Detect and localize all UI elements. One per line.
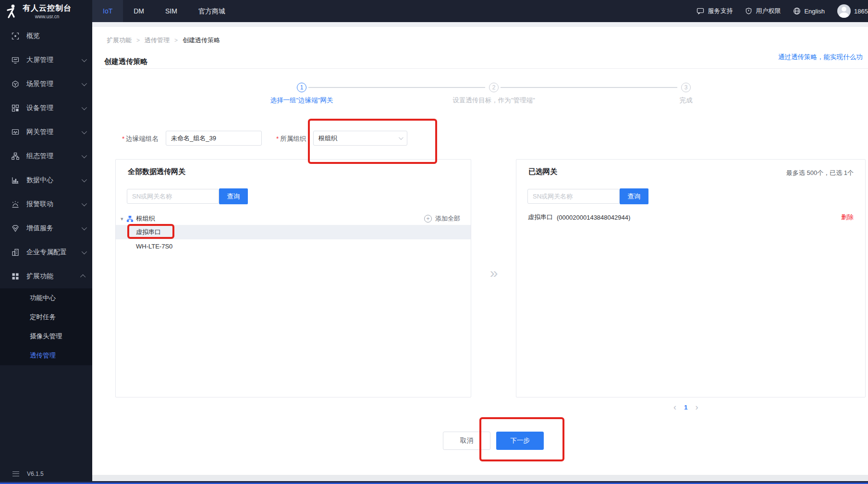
- submenu-item-passthrough-mgmt[interactable]: 透传管理: [0, 346, 92, 365]
- page-number-1[interactable]: 1: [684, 404, 688, 411]
- building-icon: [12, 248, 19, 256]
- sidebar-item-label: 组态管理: [26, 152, 53, 161]
- sidebar-item-value-added[interactable]: 增值服务: [0, 216, 92, 240]
- gateway-icon: [12, 128, 19, 136]
- sidebar-item-label: 大屏管理: [26, 56, 53, 64]
- sidebar-item-label: 场景管理: [26, 80, 53, 88]
- chevron-down-icon: [82, 105, 87, 110]
- extensions-submenu: 功能中心 定时任务 摄像头管理 透传管理: [0, 288, 92, 365]
- prev-page-icon[interactable]: ‹: [673, 403, 676, 411]
- chevron-up-icon: [80, 274, 86, 280]
- sidebar-item-scada-mgmt[interactable]: 组态管理: [0, 144, 92, 168]
- chevron-down-icon: [82, 129, 87, 134]
- sidebar-item-scene-mgmt[interactable]: 场景管理: [0, 72, 92, 96]
- gateway-row-wh-lte-7s0[interactable]: WH-LTE-7S0: [116, 239, 471, 254]
- all-gateways-title: 全部数据透传网关: [128, 167, 185, 176]
- chat-icon: [697, 7, 704, 15]
- alarm-icon: [12, 200, 19, 208]
- grid-icon: [12, 273, 19, 280]
- submenu-item-function-center[interactable]: 功能中心: [0, 288, 92, 308]
- gateway-search-input[interactable]: [127, 189, 219, 204]
- chevron-down-icon: [82, 81, 87, 86]
- user-account[interactable]: 1865: [837, 4, 868, 18]
- all-gateways-panel: 全部数据透传网关 查询 ▾ 根组织 + 添加全部 虚拟串口 WH-LTE-7S0: [115, 159, 471, 397]
- delete-link[interactable]: 删除: [841, 213, 854, 222]
- bottom-gray-strip: [92, 475, 868, 481]
- sidebar-item-label: 数据中心: [26, 176, 53, 185]
- breadcrumb-passthrough-mgmt[interactable]: 透传管理: [145, 36, 170, 45]
- sidebar-item-data-center[interactable]: 数据中心: [0, 168, 92, 192]
- tab-official-mall[interactable]: 官方商城: [188, 0, 236, 22]
- selected-gateway-row: 虚拟串口 (00002000143848042944) 删除: [528, 211, 854, 223]
- chevron-down-icon: [82, 57, 87, 62]
- step-connector-1: [308, 87, 485, 88]
- gem-shield-icon: [12, 224, 19, 232]
- sidebar-item-device-mgmt[interactable]: 设备管理: [0, 96, 92, 120]
- permission-link[interactable]: 用户权限: [745, 7, 781, 15]
- next-page-icon[interactable]: ›: [696, 403, 698, 411]
- big-screen-icon: [12, 56, 19, 64]
- add-all-label: 添加全部: [435, 214, 460, 223]
- breadcrumb-current: 创建透传策略: [183, 36, 220, 45]
- sidebar-item-enterprise-config[interactable]: 企业专属配置: [0, 240, 92, 264]
- scene-icon: [12, 80, 19, 88]
- step-2-label: 设置透传目标，作为"管理端": [417, 96, 571, 105]
- sidebar-item-alarm-linkage[interactable]: 报警联动: [0, 192, 92, 216]
- language-switcher[interactable]: English: [793, 7, 825, 15]
- pagination: ‹ 1 ›: [673, 403, 698, 411]
- required-asterisk: *: [276, 135, 279, 142]
- tree-collapse-caret-icon[interactable]: ▾: [121, 216, 123, 222]
- brand-logo[interactable]: 有人云控制台 www.usr.cn: [0, 0, 92, 22]
- chevron-down-icon: [82, 153, 87, 158]
- cancel-button[interactable]: 取消: [443, 432, 490, 450]
- breadcrumb-extensions[interactable]: 扩展功能: [107, 36, 132, 45]
- tab-sim[interactable]: SIM: [155, 0, 188, 22]
- scada-icon: [12, 152, 19, 160]
- page-title: 创建透传策略: [104, 57, 147, 66]
- group-name-input[interactable]: [166, 131, 262, 146]
- required-asterisk: *: [122, 135, 124, 142]
- step-connector-2: [501, 87, 677, 88]
- brand-title: 有人云控制台: [23, 3, 72, 13]
- policy-help-link[interactable]: 通过透传策略，能实现什么功: [778, 53, 863, 62]
- sidebar-item-extensions[interactable]: 扩展功能: [0, 264, 92, 288]
- org-select-value: 根组织: [318, 134, 337, 143]
- sidebar-item-gateway-mgmt[interactable]: 网关管理: [0, 120, 92, 144]
- selected-gateway-sn: (00002000143848042944): [557, 214, 630, 221]
- org-tree-root-label: 根组织: [136, 214, 155, 223]
- collapse-menu-icon[interactable]: [12, 472, 19, 476]
- topbar: IoT DM SIM 官方商城 服务支持 用户权限 English 1865: [92, 0, 868, 22]
- sidebar-item-label: 企业专属配置: [26, 248, 67, 257]
- submenu-item-scheduled-tasks[interactable]: 定时任务: [0, 308, 92, 327]
- search-button[interactable]: 查询: [219, 188, 248, 204]
- breadcrumb-separator: >: [174, 37, 178, 44]
- chevron-down-icon: [82, 201, 87, 206]
- sidebar-item-label: 报警联动: [26, 200, 53, 209]
- tab-dm[interactable]: DM: [123, 0, 155, 22]
- gateway-row-virtual-serial[interactable]: 虚拟串口: [116, 225, 471, 239]
- transfer-right-icon[interactable]: »: [485, 264, 502, 284]
- add-all-button[interactable]: + 添加全部: [424, 214, 460, 223]
- avatar: [837, 4, 851, 18]
- support-label: 服务支持: [708, 7, 733, 15]
- org-tree-root-row[interactable]: ▾ 根组织 + 添加全部: [116, 211, 471, 226]
- chevron-down-icon: [399, 135, 403, 140]
- selected-search-button[interactable]: 查询: [620, 188, 648, 204]
- step-1-label: 选择一组"边缘端"网关: [225, 96, 379, 105]
- selected-gateways-panel: 已选网关 最多选 500个，已选 1个 查询 虚拟串口 (00002000143…: [516, 159, 866, 397]
- sidebar: 有人云控制台 www.usr.cn 概览 大屏管理 场景管理 设备管理 网关管理: [0, 0, 92, 481]
- org-tree-icon: [126, 215, 134, 223]
- sidebar-item-screen-mgmt[interactable]: 大屏管理: [0, 48, 92, 72]
- permission-label: 用户权限: [756, 7, 781, 15]
- step-3-label: 完成: [609, 96, 763, 105]
- tab-iot[interactable]: IoT: [92, 0, 123, 22]
- sidebar-item-overview[interactable]: 概览: [0, 24, 92, 48]
- overview-icon: [12, 32, 19, 40]
- plus-circle-icon: +: [424, 215, 432, 223]
- org-select[interactable]: 根组织: [313, 131, 407, 146]
- submenu-item-camera-mgmt[interactable]: 摄像头管理: [0, 327, 92, 346]
- next-step-button[interactable]: 下一步: [496, 432, 544, 450]
- sidebar-nav: 概览 大屏管理 场景管理 设备管理 网关管理 组态管理: [0, 24, 92, 365]
- support-link[interactable]: 服务支持: [697, 7, 733, 15]
- selected-search-input[interactable]: [527, 189, 620, 204]
